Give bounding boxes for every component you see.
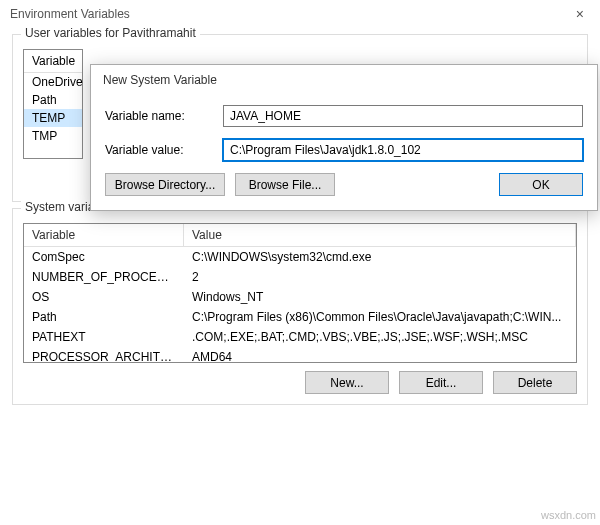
var-name: ComSpec <box>24 248 184 266</box>
list-item[interactable]: TEMP <box>24 109 82 127</box>
table-row[interactable]: NUMBER_OF_PROCESSORS 2 <box>24 267 576 287</box>
dialog-buttons: Browse Directory... Browse File... OK <box>105 173 583 196</box>
variable-value-row: Variable value: <box>105 139 583 161</box>
window-titlebar: Environment Variables × <box>0 0 600 28</box>
var-value: .COM;.EXE;.BAT;.CMD;.VBS;.VBE;.JS;.JSE;.… <box>184 328 576 346</box>
variable-value-label: Variable value: <box>105 143 223 157</box>
ok-button[interactable]: OK <box>499 173 583 196</box>
table-row[interactable]: PROCESSOR_ARCHITECTURE AMD64 <box>24 347 576 363</box>
column-header-value[interactable]: Value <box>184 224 576 246</box>
watermark: wsxdn.com <box>541 509 596 521</box>
dialog-body: Variable name: Variable value: Browse Di… <box>91 95 597 210</box>
browse-directory-button[interactable]: Browse Directory... <box>105 173 225 196</box>
edit-button[interactable]: Edit... <box>399 371 483 394</box>
window-title: Environment Variables <box>10 7 130 21</box>
list-item[interactable]: TMP <box>24 127 82 145</box>
system-variables-group: System variables Variable Value ComSpec … <box>12 208 588 405</box>
new-system-variable-dialog: New System Variable Variable name: Varia… <box>90 64 598 211</box>
var-name: Path <box>24 308 184 326</box>
dialog-title: New System Variable <box>91 65 597 95</box>
column-header-variable[interactable]: Variable <box>24 224 184 246</box>
var-value: AMD64 <box>184 348 576 363</box>
var-value: C:\WINDOWS\system32\cmd.exe <box>184 248 576 266</box>
table-row[interactable]: Path C:\Program Files (x86)\Common Files… <box>24 307 576 327</box>
var-value: C:\Program Files (x86)\Common Files\Orac… <box>184 308 576 326</box>
delete-button[interactable]: Delete <box>493 371 577 394</box>
list-header: Variable Value <box>24 224 576 247</box>
var-name: OS <box>24 288 184 306</box>
var-name: PROCESSOR_ARCHITECTURE <box>24 348 184 363</box>
system-rows: ComSpec C:\WINDOWS\system32\cmd.exe NUMB… <box>24 247 576 363</box>
table-row[interactable]: PATHEXT .COM;.EXE;.BAT;.CMD;.VBS;.VBE;.J… <box>24 327 576 347</box>
user-variables-list[interactable]: Variable OneDrive Path TEMP TMP <box>23 49 83 159</box>
var-name: PATHEXT <box>24 328 184 346</box>
var-name: NUMBER_OF_PROCESSORS <box>24 268 184 286</box>
list-item[interactable]: OneDrive <box>24 73 82 91</box>
browse-file-button[interactable]: Browse File... <box>235 173 335 196</box>
variable-name-label: Variable name: <box>105 109 223 123</box>
variable-name-input[interactable] <box>223 105 583 127</box>
var-value: 2 <box>184 268 576 286</box>
new-button[interactable]: New... <box>305 371 389 394</box>
system-variables-buttons: New... Edit... Delete <box>23 371 577 394</box>
user-variables-title: User variables for Pavithramahit <box>21 26 200 40</box>
close-icon[interactable]: × <box>570 6 590 22</box>
table-row[interactable]: ComSpec C:\WINDOWS\system32\cmd.exe <box>24 247 576 267</box>
system-variables-list[interactable]: Variable Value ComSpec C:\WINDOWS\system… <box>23 223 577 363</box>
var-value: Windows_NT <box>184 288 576 306</box>
list-item[interactable]: Path <box>24 91 82 109</box>
column-header-variable[interactable]: Variable <box>24 50 82 73</box>
table-row[interactable]: OS Windows_NT <box>24 287 576 307</box>
variable-name-row: Variable name: <box>105 105 583 127</box>
variable-value-input[interactable] <box>223 139 583 161</box>
